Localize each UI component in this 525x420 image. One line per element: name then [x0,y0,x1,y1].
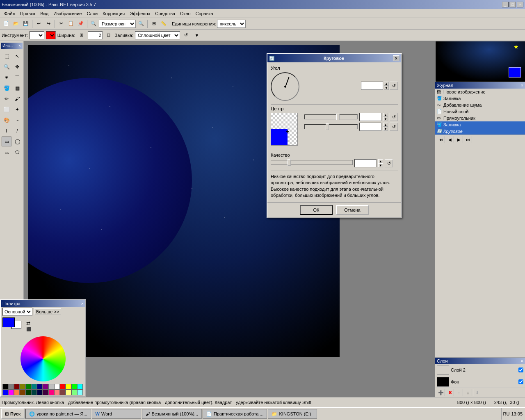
menu-layers[interactable]: Слои [84,10,100,17]
layer-item-bg[interactable]: Фон [435,376,525,388]
journal-prev-btn[interactable]: ◀ [446,136,454,143]
dialog[interactable]: 🔄 Круговое × Угол 64,00 ▲ [267,53,402,218]
color-swatch[interactable] [25,390,31,395]
units-combo[interactable]: пиксель [217,20,246,28]
menu-help[interactable]: Справка [193,10,216,17]
taskbar-item-3[interactable]: 📄 Практическая работа ... [203,409,267,419]
palette-more-button[interactable]: Больше >> [34,308,61,315]
quality-down[interactable]: ▼ [378,163,383,167]
color-swatch[interactable] [14,384,20,390]
maximize-button[interactable]: □ [509,2,516,7]
tool-pencil[interactable]: ✏ [2,94,11,104]
color-swatch[interactable] [71,384,77,390]
color-swatch[interactable] [37,384,43,390]
color-swatch[interactable] [14,390,20,395]
tool-recolor[interactable]: 🎨 [2,115,11,125]
paste-btn[interactable]: 📌 [76,19,85,28]
color-swatch[interactable] [77,384,83,390]
width-input[interactable]: 2 [88,31,103,39]
center-y-input[interactable]: -0,20 [359,123,381,131]
journal-item-7[interactable]: 🔄 Круговое [435,128,525,135]
new-btn[interactable]: 📄 [2,19,11,28]
color-swatch[interactable] [31,390,37,395]
color-swatch[interactable] [8,390,14,395]
layer-down-btn[interactable]: ↓ [464,389,472,396]
color-swatch[interactable] [2,390,8,395]
tool-smudge[interactable]: ~ [12,115,22,125]
start-button[interactable]: ⊞ Пуск [1,409,25,419]
journal-first-btn[interactable]: ⏮ [437,136,445,143]
tool-move[interactable]: ✥ [12,62,22,72]
color-swatch[interactable] [48,384,54,390]
menu-correction[interactable]: Коррекция [100,10,127,17]
center-y-up[interactable]: ▲ [383,123,388,127]
color-swatch[interactable] [20,384,25,390]
quality-slider[interactable] [271,160,353,165]
color-swatch[interactable] [71,390,77,395]
menu-edit[interactable]: Правка [18,10,38,17]
quality-reset[interactable]: ↺ [385,159,393,167]
center-y-down[interactable]: ▼ [383,127,388,131]
menu-image[interactable]: Изображение [51,10,84,17]
color-swatch[interactable] [20,390,25,395]
tool-freeform[interactable]: ⌓ [2,147,11,157]
dialog-cancel-button[interactable]: Отмена [336,205,369,215]
layer-add-btn[interactable]: ➕ [437,389,445,396]
layer-item-2[interactable]: Слой 2 [435,364,525,376]
tool-eraser[interactable]: ⬜ [2,105,11,114]
journal-item-5[interactable]: ▭ Прямоугольник [435,115,525,121]
menu-tools[interactable]: Средства [153,10,178,17]
tool-rect-shape[interactable]: ▭ [2,137,11,146]
center-x-slider[interactable] [304,114,358,119]
undo-btn[interactable]: ↩ [34,19,43,28]
center-x-down[interactable]: ▼ [383,117,388,121]
angle-up-arrow[interactable]: ▲ [384,82,389,86]
grid-btn[interactable]: ⊞ [149,19,158,28]
tool-paint-bucket[interactable]: 🪣 [2,83,11,93]
journal-item-4[interactable]: 📄 Новый слой [435,108,525,115]
save-btn[interactable]: 💾 [21,19,30,28]
ruler-btn[interactable]: 📏 [159,19,168,28]
instrument-combo[interactable] [30,31,44,39]
journal-item-3[interactable]: 〜 Добавление шума [435,102,525,108]
color-swatch[interactable] [54,390,60,395]
angle-reset-btn[interactable]: ↺ [390,82,398,90]
color-combo[interactable] [46,31,56,39]
zoom-combo[interactable]: Размер окн [99,20,136,28]
layer-up-btn[interactable]: ↑ [455,389,463,396]
layer-merge-btn[interactable]: ⬇ [473,389,481,396]
tool-select-move[interactable]: ↖ [12,51,22,61]
palette-mode-select[interactable]: Основной [2,308,32,316]
journal-next-btn[interactable]: ▶ [455,136,463,143]
color-swatch[interactable] [54,384,60,390]
tool-gradient[interactable]: ▦ [12,83,22,93]
journal-item-6[interactable]: 🪣 Заливка [435,121,525,128]
tool-clone[interactable]: ✦ [12,105,22,114]
menu-view[interactable]: Вид [38,10,51,17]
close-button[interactable]: × [517,2,523,7]
layer-bg-visible[interactable] [518,379,523,384]
color-swatch[interactable] [2,384,8,390]
taskbar-item-4[interactable]: 📁 KINGSTON (E:) [268,409,317,419]
taskbar-item-0[interactable]: 🌐 уроки по paint.net — Я... [25,409,91,419]
toolbox-close-icon[interactable]: × [18,43,21,48]
color-swatch[interactable] [48,390,54,395]
color-swatch[interactable] [60,384,66,390]
color-swatch[interactable] [77,390,83,395]
taskbar-item-2[interactable]: 🖌 Безымянный (100%)... [142,409,202,419]
zoom-search-btn[interactable]: 🔍 [137,19,146,28]
menu-effects[interactable]: Эффекты [127,10,153,17]
journal-item-2[interactable]: 🪣 Заливка [435,95,525,102]
tool-brush[interactable]: 🖌 [12,94,22,104]
color-swatch[interactable] [60,390,66,395]
angle-input[interactable]: 64,00 [361,82,383,90]
dialog-close-button[interactable]: × [393,55,399,61]
tool-ellipse[interactable]: ◯ [12,137,22,146]
dialog-ok-button[interactable]: ОК [300,205,333,215]
layer-delete-btn[interactable]: ✖ [446,389,454,396]
center-x-input[interactable]: 0,20 [359,113,381,121]
color-swatch[interactable] [8,384,14,390]
tool-line[interactable]: / [12,126,22,136]
fill-combo[interactable]: Сплошной цвет [135,31,180,39]
layer-2-visible[interactable] [518,368,523,372]
